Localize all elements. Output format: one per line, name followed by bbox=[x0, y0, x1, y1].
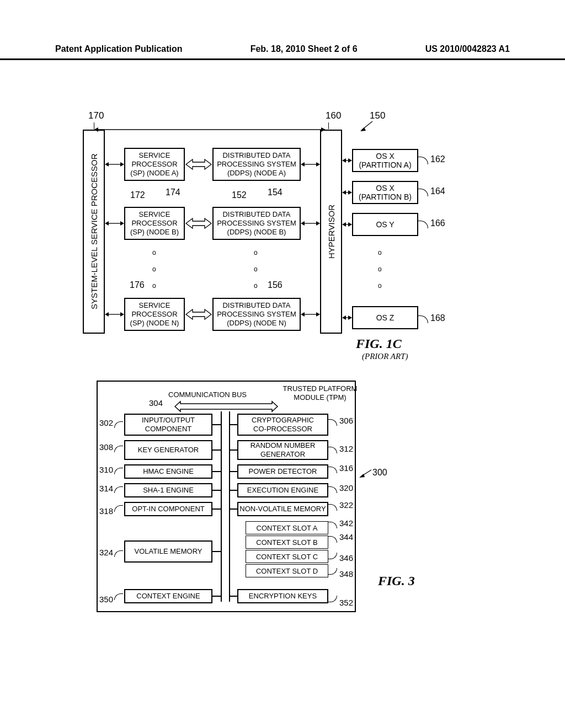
ref-318: 318 bbox=[99, 506, 113, 516]
ref-154: 154 bbox=[268, 188, 282, 197]
io-component: INPUT/OUTPUT COMPONENT bbox=[124, 414, 212, 436]
execution-engine: EXECUTION ENGINE bbox=[237, 483, 328, 497]
svg-marker-21 bbox=[301, 312, 305, 317]
svg-marker-18 bbox=[301, 221, 305, 226]
ref-320: 320 bbox=[339, 483, 353, 493]
power-detector: POWER DETECTOR bbox=[237, 464, 328, 479]
figure-3-label: FIG. 3 bbox=[378, 574, 415, 588]
figure-1c-label: FIG. 1C bbox=[356, 336, 402, 351]
ref-306: 306 bbox=[339, 416, 353, 425]
svg-marker-15 bbox=[301, 162, 305, 167]
sha1-engine: SHA-1 ENGINE bbox=[124, 483, 212, 497]
ref-352: 352 bbox=[339, 598, 353, 607]
svg-marker-24 bbox=[342, 158, 346, 163]
svg-marker-12 bbox=[186, 218, 211, 228]
tpm-title: TRUSTED PLATFORM MODULE (TPM) bbox=[279, 383, 361, 403]
ddps-node-b: DISTRIBUTED DATA PROCESSING SYSTEM (DDPS… bbox=[212, 207, 301, 240]
non-volatile-memory: NON-VOLATILE MEMORY bbox=[237, 502, 328, 516]
svg-marker-10 bbox=[120, 312, 124, 317]
ref-350: 350 bbox=[99, 595, 113, 604]
ref-344: 344 bbox=[339, 532, 353, 542]
svg-marker-11 bbox=[186, 159, 211, 169]
figure-1c-sublabel: (PRIOR ART) bbox=[362, 352, 408, 361]
svg-marker-34 bbox=[348, 315, 352, 320]
svg-marker-37 bbox=[321, 127, 326, 132]
hmac-engine: HMAC ENGINE bbox=[124, 464, 212, 479]
vdots-os: ooo bbox=[378, 244, 382, 294]
svg-marker-31 bbox=[348, 222, 352, 227]
ref-342: 342 bbox=[339, 518, 353, 528]
header-center: Feb. 18, 2010 Sheet 2 of 6 bbox=[250, 44, 358, 54]
svg-marker-28 bbox=[348, 190, 352, 195]
hypervisor: HYPERVISOR bbox=[320, 130, 342, 334]
ref-314: 314 bbox=[99, 484, 113, 493]
sp-node-n: SERVICE PROCESSOR (SP) (NODE N) bbox=[124, 298, 185, 331]
ref-348: 348 bbox=[339, 569, 353, 579]
sp-node-a: SERVICE PROCESSOR (SP) (NODE A) bbox=[124, 148, 185, 181]
rng: RANDOM NUMBER GENERATOR bbox=[237, 440, 328, 460]
optin-component: OPT-IN COMPONENT bbox=[124, 502, 212, 516]
page-header: Patent Application Publication Feb. 18, … bbox=[0, 0, 565, 60]
encryption-keys: ENCRYPTION KEYS bbox=[237, 589, 328, 603]
crypto-coprocessor: CRYPTOGRAPHIC CO-PROCESSOR bbox=[237, 414, 328, 436]
header-left: Patent Application Publication bbox=[55, 44, 183, 54]
ref-152: 152 bbox=[232, 190, 247, 200]
svg-marker-13 bbox=[186, 309, 211, 319]
svg-marker-7 bbox=[120, 221, 124, 226]
ref-168: 168 bbox=[430, 313, 445, 323]
key-generator: KEY GENERATOR bbox=[124, 440, 212, 460]
figure-1c: 170 160 150 SYSTEM-LEVEL SERVICE PROCESS… bbox=[77, 110, 486, 353]
svg-marker-27 bbox=[342, 190, 346, 195]
sp-node-b: SERVICE PROCESSOR (SP) (NODE B) bbox=[124, 207, 185, 240]
svg-marker-33 bbox=[342, 315, 346, 320]
ref-324: 324 bbox=[99, 548, 113, 557]
ref-160: 160 bbox=[326, 110, 341, 121]
svg-marker-4 bbox=[120, 162, 124, 167]
os-x-partition-a: OS X (PARTITION A) bbox=[352, 149, 418, 172]
ddps-node-n: DISTRIBUTED DATA PROCESSING SYSTEM (DDPS… bbox=[212, 298, 301, 331]
svg-marker-3 bbox=[105, 162, 109, 167]
os-y: OS Y bbox=[352, 213, 418, 236]
ref-176: 176 bbox=[130, 280, 145, 290]
context-engine: CONTEXT ENGINE bbox=[124, 589, 212, 603]
ref-308: 308 bbox=[99, 442, 113, 452]
svg-marker-16 bbox=[316, 162, 320, 167]
ref-170: 170 bbox=[88, 110, 104, 121]
svg-marker-38 bbox=[175, 402, 278, 411]
ref-164: 164 bbox=[430, 186, 445, 196]
vdots-sp: ooo bbox=[152, 244, 156, 294]
svg-marker-19 bbox=[316, 221, 320, 226]
ref-162: 162 bbox=[430, 154, 445, 164]
svg-marker-25 bbox=[348, 158, 352, 163]
ref-316: 316 bbox=[339, 463, 353, 473]
ref-172: 172 bbox=[130, 190, 145, 200]
header-right: US 2010/0042823 A1 bbox=[425, 44, 510, 54]
svg-marker-6 bbox=[105, 221, 109, 226]
vdots-ddps: ooo bbox=[254, 244, 258, 294]
ref-310: 310 bbox=[99, 465, 113, 474]
ref-346: 346 bbox=[339, 553, 353, 563]
figure-3: TRUSTED PLATFORM MODULE (TPM) COMMUNICAT… bbox=[86, 381, 494, 626]
volatile-memory: VOLATILE MEMORY bbox=[124, 540, 212, 563]
bus-arrow-icon bbox=[174, 400, 279, 413]
ref-302: 302 bbox=[99, 418, 113, 427]
ref-150: 150 bbox=[370, 110, 385, 121]
ddps-node-a: DISTRIBUTED DATA PROCESSING SYSTEM (DDPS… bbox=[212, 148, 301, 181]
bidir-arrow-icon bbox=[185, 157, 212, 172]
os-x-partition-b: OS X (PARTITION B) bbox=[352, 181, 418, 204]
svg-marker-36 bbox=[94, 127, 98, 132]
ref-174: 174 bbox=[166, 188, 180, 197]
svg-marker-9 bbox=[105, 312, 109, 317]
ref-166: 166 bbox=[430, 218, 445, 228]
communication-bus-label: COMMUNICATION BUS bbox=[168, 390, 247, 399]
svg-marker-1 bbox=[360, 127, 366, 131]
svg-marker-22 bbox=[316, 312, 320, 317]
context-slot-a: CONTEXT SLOT A bbox=[246, 521, 328, 534]
ref-300: 300 bbox=[372, 468, 387, 478]
svg-marker-30 bbox=[342, 222, 346, 227]
context-slot-c: CONTEXT SLOT C bbox=[246, 550, 328, 563]
context-slot-b: CONTEXT SLOT B bbox=[246, 536, 328, 549]
ref-312: 312 bbox=[339, 444, 353, 453]
ref-156: 156 bbox=[268, 280, 282, 290]
ref-304: 304 bbox=[149, 398, 163, 408]
